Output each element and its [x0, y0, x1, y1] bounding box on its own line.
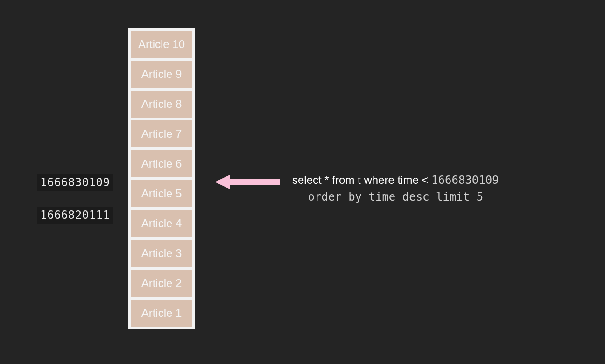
- timestamp-row-6: 1666830109: [37, 174, 113, 191]
- article-cell: Article 8: [131, 91, 192, 118]
- article-label: Article 10: [138, 38, 185, 51]
- article-cell: Article 1: [131, 300, 192, 327]
- diagram-stage: Article 10 Article 9 Article 8 Article 7…: [0, 0, 605, 364]
- article-label: Article 1: [141, 307, 182, 320]
- article-label: Article 8: [141, 98, 182, 111]
- query-line-2: order by time desc limit 5: [292, 189, 499, 205]
- article-stack: Article 10 Article 9 Article 8 Article 7…: [128, 28, 195, 329]
- article-cell: Article 7: [131, 120, 192, 147]
- query-prefix: select * from t where time <: [292, 174, 428, 186]
- article-label: Article 3: [141, 247, 182, 260]
- article-cell: Article 4: [131, 210, 192, 237]
- arrow-left-icon: [215, 175, 280, 189]
- article-label: Article 2: [141, 277, 182, 290]
- svg-marker-0: [215, 175, 280, 189]
- sql-query: select * from t where time < 1666830109 …: [292, 172, 499, 205]
- article-label: Article 6: [141, 157, 182, 170]
- article-cell: Article 2: [131, 270, 192, 297]
- article-label: Article 4: [141, 217, 182, 230]
- article-cell: Article 10: [131, 31, 192, 58]
- article-cell: Article 6: [131, 150, 192, 177]
- article-label: Article 7: [141, 127, 182, 140]
- query-timestamp: 1666830109: [431, 174, 499, 187]
- article-cell: Article 3: [131, 240, 192, 267]
- article-label: Article 5: [141, 187, 182, 200]
- timestamp-row-5: 1666820111: [37, 207, 113, 224]
- article-cell: Article 9: [131, 61, 192, 88]
- article-cell: Article 5: [131, 180, 192, 207]
- article-label: Article 9: [141, 68, 182, 81]
